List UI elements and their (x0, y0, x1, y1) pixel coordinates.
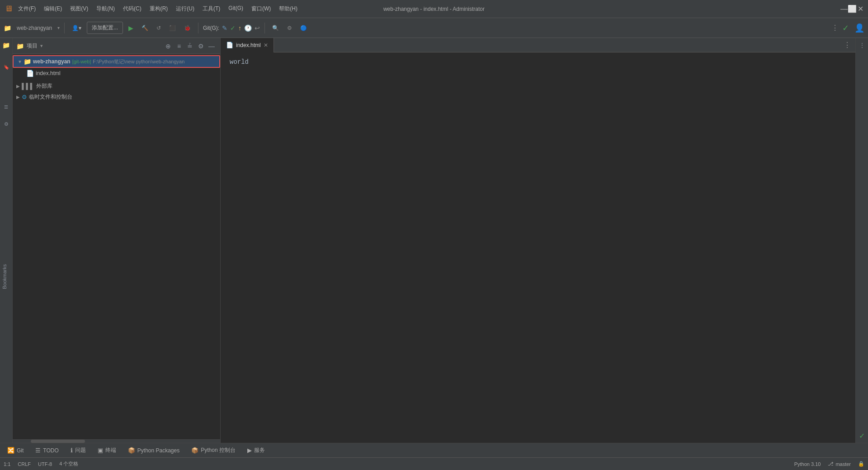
bottom-tab-python-packages[interactable]: 📦 Python Packages (123, 445, 185, 456)
panel-settings-btn[interactable]: ⚙ (196, 41, 206, 51)
status-python[interactable]: Python 3.10 (794, 461, 821, 467)
panel-sort-btn[interactable]: ≟ (185, 41, 195, 51)
tree-root-item[interactable]: ▼ 📁 web-zhangyan [git-web] F:\Python笔记\n… (13, 55, 220, 68)
git-clock-icon[interactable]: 🕐 (244, 24, 252, 32)
reload-button[interactable]: ↺ (154, 23, 164, 33)
python-version: Python 3.10 (794, 461, 821, 467)
menu-view[interactable]: 视图(V) (66, 3, 92, 14)
menu-file[interactable]: 文件(F) (14, 3, 39, 14)
build-button[interactable]: 🔨 (139, 23, 151, 33)
bottom-tab-terminal[interactable]: ▣ 终端 (92, 445, 122, 456)
line-ending-value: CRLF (18, 461, 31, 467)
status-position[interactable]: 1:1 (4, 461, 10, 467)
right-sidebar: ⋮ ✓ (855, 38, 868, 443)
bookmarks-tab[interactable]: Bookmarks (0, 262, 9, 291)
bottom-tab-python-console-label: Python 控制台 (201, 446, 236, 454)
left-icon-settings[interactable]: ⚙ (1, 119, 12, 129)
status-git-branch[interactable]: ⎇ master (828, 461, 851, 467)
bottom-tab-python-console[interactable]: 📦 Python 控制台 (186, 445, 241, 456)
right-icon-check[interactable]: ✓ (857, 430, 868, 441)
dropdown-arrow-icon[interactable]: ▾ (57, 25, 60, 30)
menu-navigate[interactable]: 导航(N) (93, 3, 118, 14)
tree-scratch-item[interactable]: ▶ ⚙ 临时文件和控制台 (13, 91, 220, 102)
panel-add-btn[interactable]: ⊕ (163, 41, 173, 51)
tree-file-item[interactable]: 📄 index.html (13, 68, 220, 79)
panel-title[interactable]: 项目 (27, 42, 38, 50)
toolbar-sep-2 (198, 23, 198, 33)
root-path: F:\Python笔记\new python\web-zhangyan (93, 58, 184, 65)
close-button[interactable]: ✕ (857, 6, 863, 12)
bottom-tab-todo[interactable]: ☰ TODO (30, 445, 64, 456)
avatar-icon[interactable]: 👤 (854, 23, 864, 33)
bottom-tab-python-packages-label: Python Packages (137, 447, 179, 454)
menu-tools[interactable]: 工具(T) (199, 3, 224, 14)
git-checkmark-green-icon[interactable]: ✓ (230, 24, 236, 32)
settings-button[interactable]: ⚙ (284, 23, 295, 33)
terminal-icon: ▣ (98, 447, 103, 454)
python-console-icon: 📦 (191, 447, 198, 454)
status-charset[interactable]: UTF-8 (38, 461, 52, 467)
main-layout: 📁 🔖 ☰ ⚙ 📁 项目 ▾ ⊕ ≡ ≟ ⚙ — ▼ 📁 web-zhang (0, 38, 868, 443)
more-options-icon[interactable]: ⋮ (831, 24, 839, 32)
toolbar-sep-3 (264, 23, 265, 33)
add-config-button[interactable]: 添加配置... (87, 22, 123, 34)
profile-icon[interactable]: 👤▾ (69, 23, 84, 33)
git-undo-icon[interactable]: ↩ (255, 24, 260, 32)
status-indent[interactable]: 4 个空格 (59, 461, 78, 467)
left-icon-project[interactable]: 📁 (1, 40, 12, 51)
menu-edit[interactable]: 编辑(E) (40, 3, 66, 14)
left-icon-structure[interactable]: ☰ (1, 101, 12, 112)
git-checkmark-blue-icon[interactable]: ✎ (222, 24, 227, 32)
left-icon-search[interactable]: 🔖 (1, 62, 12, 72)
bottom-toolbar: 🔀 Git ☰ TODO ℹ 问题 ▣ 终端 📦 Python Packages… (0, 443, 868, 457)
run-button[interactable]: ▶ (126, 23, 136, 33)
tab-index-html[interactable]: 📄 index.html ✕ (221, 38, 274, 52)
stop-button[interactable]: ⬛ (166, 23, 179, 33)
bottom-tab-todo-label: TODO (43, 447, 58, 454)
menu-git[interactable]: Git(G) (225, 3, 247, 14)
project-name[interactable]: web-zhangyan (14, 23, 55, 33)
editor-content: world (221, 52, 855, 443)
lock-icon: 🔒 (858, 461, 864, 467)
maximize-button[interactable]: ⬜ (849, 6, 855, 12)
git-arrow-up-icon[interactable]: ↑ (238, 24, 241, 32)
status-line-ending[interactable]: CRLF (18, 461, 31, 467)
menu-run[interactable]: 运行(U) (172, 3, 198, 14)
scratch-label: 临时文件和控制台 (29, 93, 72, 101)
bottom-tab-git-label: Git (17, 447, 24, 454)
editor-area: 📄 index.html ✕ ⋮ world (221, 38, 855, 443)
panel-collapse-btn[interactable]: ≡ (174, 41, 184, 51)
branch-name: master (835, 461, 851, 467)
menu-code[interactable]: 代码(C) (119, 3, 145, 14)
app-logo: 🖥 (5, 4, 13, 14)
panel-scrollbar[interactable] (13, 439, 220, 443)
ext-lib-arrow-icon: ▶ (14, 84, 22, 89)
status-lock[interactable]: 🔒 (858, 461, 864, 467)
panel-dropdown-icon[interactable]: ▾ (40, 43, 43, 49)
tab-file-icon: 📄 (226, 42, 233, 48)
project-tree: ▼ 📁 web-zhangyan [git-web] F:\Python笔记\n… (13, 54, 220, 439)
bottom-tab-services-label: 服务 (254, 446, 265, 454)
html-file-icon: 📄 (26, 70, 34, 77)
coverage-button[interactable]: 🐞 (181, 23, 193, 33)
tab-close-button[interactable]: ✕ (264, 42, 268, 48)
bottom-tab-services[interactable]: ▶ 服务 (242, 445, 270, 456)
panel-minimize-btn[interactable]: — (207, 41, 217, 51)
tree-external-lib-item[interactable]: ▶ ▌▌▌ 外部库 (13, 81, 220, 91)
right-icon-notifications[interactable]: ⋮ (857, 40, 868, 51)
code-line-1: world (230, 57, 846, 67)
left-sidebar: 📁 🔖 ☰ ⚙ (0, 38, 13, 443)
window-controls: — ⬜ ✕ (841, 6, 863, 12)
bottom-tab-git[interactable]: 🔀 Git (2, 445, 29, 456)
project-panel: 📁 项目 ▾ ⊕ ≡ ≟ ⚙ — ▼ 📁 web-zhangyan [git-w… (13, 38, 221, 443)
bottom-tab-problems[interactable]: ℹ 问题 (65, 445, 91, 456)
tab-more-button[interactable]: ⋮ (839, 41, 855, 49)
menu-window[interactable]: 窗口(W) (248, 3, 274, 14)
menu-help[interactable]: 帮助(H) (275, 3, 301, 14)
tab-label: index.html (236, 42, 261, 48)
minimize-button[interactable]: — (841, 6, 847, 12)
update-button[interactable]: 🔵 (297, 23, 310, 33)
scrollbar-thumb[interactable] (31, 440, 85, 443)
menu-refactor[interactable]: 重构(R) (146, 3, 172, 14)
search-button[interactable]: 🔍 (269, 23, 282, 33)
